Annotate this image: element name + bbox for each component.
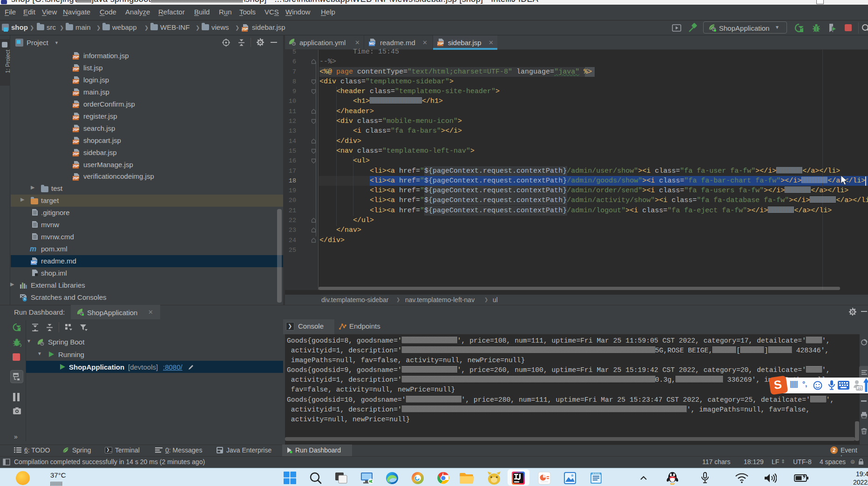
- svg-text:20: 20: [857, 386, 861, 391]
